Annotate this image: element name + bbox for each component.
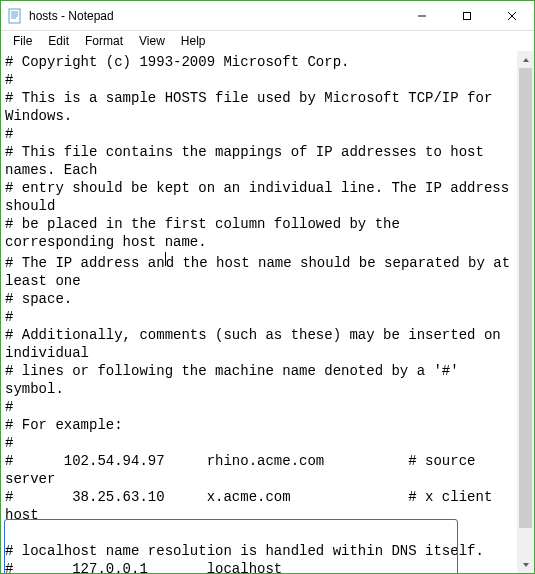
- notepad-window: hosts - Notepad File Edit Format View He…: [0, 0, 535, 574]
- text-editor[interactable]: # Copyright (c) 1993-2009 Microsoft Corp…: [1, 51, 534, 573]
- svg-marker-10: [523, 563, 529, 567]
- editor-area: # Copyright (c) 1993-2009 Microsoft Corp…: [1, 51, 534, 573]
- svg-rect-6: [463, 12, 470, 19]
- maximize-button[interactable]: [444, 1, 489, 30]
- window-controls: [399, 1, 534, 30]
- menubar: File Edit Format View Help: [1, 31, 534, 51]
- notepad-icon: [7, 8, 23, 24]
- titlebar[interactable]: hosts - Notepad: [1, 1, 534, 31]
- scroll-up-button[interactable]: [517, 51, 534, 68]
- svg-marker-9: [523, 58, 529, 62]
- menu-help[interactable]: Help: [173, 32, 214, 50]
- menu-view[interactable]: View: [131, 32, 173, 50]
- menu-edit[interactable]: Edit: [40, 32, 77, 50]
- menu-file[interactable]: File: [5, 32, 40, 50]
- scroll-down-button[interactable]: [517, 556, 534, 573]
- scroll-track[interactable]: [517, 68, 534, 556]
- minimize-button[interactable]: [399, 1, 444, 30]
- window-title: hosts - Notepad: [29, 9, 399, 23]
- vertical-scrollbar[interactable]: [517, 51, 534, 573]
- close-button[interactable]: [489, 1, 534, 30]
- scroll-thumb[interactable]: [519, 68, 532, 528]
- menu-format[interactable]: Format: [77, 32, 131, 50]
